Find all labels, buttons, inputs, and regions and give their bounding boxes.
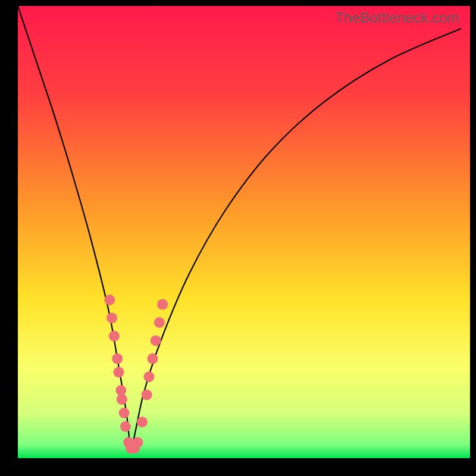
marker-dot: [120, 421, 131, 432]
marker-dot: [112, 353, 123, 364]
marker-dot: [109, 331, 120, 342]
marker-dot: [113, 367, 124, 378]
chart-frame: TheBottleneck.com: [0, 0, 476, 476]
marker-dot: [117, 394, 127, 405]
marker-dot: [119, 408, 130, 418]
marker-dot: [142, 390, 152, 400]
marker-dot: [137, 416, 148, 427]
marker-dot: [143, 371, 154, 382]
curve-layer: [18, 6, 470, 458]
watermark-text: TheBottleneck.com: [335, 10, 459, 26]
marker-dot: [154, 317, 165, 328]
marker-dot: [151, 335, 161, 346]
marker-dot: [132, 437, 143, 447]
plot-area: TheBottleneck.com: [18, 6, 470, 458]
marker-dot: [157, 299, 168, 310]
marker-dot: [107, 312, 117, 323]
marker-dot: [104, 295, 115, 305]
bottleneck-curve: [18, 6, 461, 450]
marker-dot: [115, 385, 126, 396]
marker-dot: [147, 353, 158, 364]
